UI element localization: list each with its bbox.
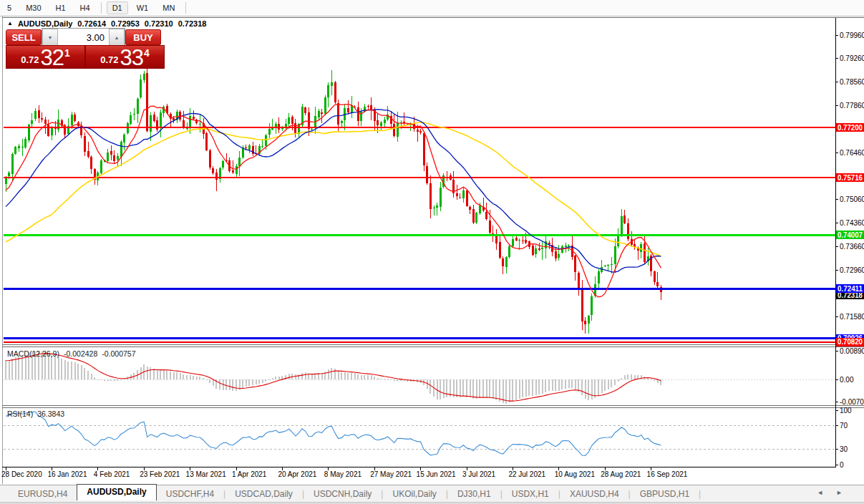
- svg-text:23 Feb 2021: 23 Feb 2021: [140, 470, 180, 478]
- moving-average-lines: [6, 105, 661, 297]
- chart-tab-xauusd-h4[interactable]: XAUUSD,H4: [560, 489, 628, 499]
- rsi-label-line: RSI(14) 36.3843: [7, 410, 64, 418]
- buy-price-tile[interactable]: 0.72 33 4: [85, 45, 165, 69]
- svg-text:0.008904: 0.008904: [840, 347, 864, 355]
- tab-scroll-arrows[interactable]: ◄►: [817, 489, 855, 496]
- ma-8: [6, 105, 661, 297]
- sell-price-pips: 32: [41, 48, 64, 67]
- window-frame: [2, 16, 864, 484]
- volume-increase-icon[interactable]: ▲: [109, 29, 125, 46]
- chart-title-line: ▲ AUDUSD,Daily 0.72614 0.72953 0.72310 0…: [7, 19, 206, 28]
- chart-tab-eurusd-h4[interactable]: EURUSD,H4: [9, 489, 77, 499]
- svg-text:16 Jan 2021: 16 Jan 2021: [47, 470, 87, 478]
- sell-button[interactable]: SELL: [6, 29, 42, 45]
- svg-text:0.76460: 0.76460: [840, 149, 864, 157]
- sell-price-tile[interactable]: 0.72 32 1: [6, 45, 85, 69]
- buy-button[interactable]: BUY: [125, 29, 161, 45]
- svg-text:30: 30: [840, 445, 848, 453]
- buy-price-stem: 0.72: [100, 54, 118, 65]
- chart-tab-usdchf-h4[interactable]: USDCHF,H4: [157, 489, 223, 499]
- svg-text:1 Apr 2021: 1 Apr 2021: [232, 470, 267, 478]
- volume-stepper: ▼ ▲: [42, 28, 125, 47]
- chart-tab-dj30-h1[interactable]: DJ30,H1: [448, 489, 500, 499]
- svg-text:0.73660: 0.73660: [840, 243, 864, 251]
- svg-text:0.72960: 0.72960: [840, 266, 864, 274]
- svg-text:28 Aug 2021: 28 Aug 2021: [601, 470, 641, 478]
- chart-tab-usdcad-daily[interactable]: USDCAD,Daily: [225, 489, 302, 499]
- chart-canvas[interactable]: 0.799600.792600.785600.778600.764600.750…: [0, 0, 864, 504]
- macd-histogram: [5, 352, 661, 404]
- svg-text:20 Apr 2021: 20 Apr 2021: [278, 470, 316, 478]
- chart-tab-gbpusd-h1[interactable]: GBPUSD,H1: [631, 489, 699, 499]
- svg-text:27 May 2021: 27 May 2021: [370, 470, 412, 478]
- rsi-name: RSI(14): [7, 410, 33, 418]
- svg-text:0.77200: 0.77200: [838, 124, 863, 132]
- volume-input[interactable]: [58, 29, 109, 46]
- svg-text:100: 100: [840, 407, 852, 415]
- chart-tab-ukoil-daily[interactable]: UKOil,Daily: [383, 489, 445, 499]
- svg-text:0.74007: 0.74007: [838, 231, 863, 239]
- rsi-value: 36.3843: [37, 410, 64, 418]
- chart-symbol-label: AUDUSD,Daily: [18, 19, 72, 28]
- tab-separator: |: [699, 489, 701, 499]
- ma-55: [6, 122, 661, 256]
- svg-text:0.79260: 0.79260: [840, 54, 864, 62]
- svg-text:28 Dec 2020: 28 Dec 2020: [1, 470, 42, 478]
- price-axis[interactable]: 0.799600.792600.785600.778600.764600.750…: [835, 32, 864, 469]
- svg-text:70: 70: [840, 422, 848, 430]
- chart-tab-usdcnh-daily[interactable]: USDCNH,Daily: [304, 489, 381, 499]
- chart-tab-usdx-h1[interactable]: USDX,H1: [503, 489, 558, 499]
- ohlc-high: 0.72953: [111, 19, 140, 28]
- svg-text:0.74360: 0.74360: [840, 219, 864, 227]
- ohlc-low: 0.72310: [145, 19, 173, 28]
- candlesticks: [5, 64, 662, 334]
- svg-text:0: 0: [840, 461, 844, 469]
- svg-text:0.72411: 0.72411: [838, 285, 863, 293]
- svg-text:8 May 2021: 8 May 2021: [324, 470, 362, 478]
- buy-price-pips: 33: [120, 48, 143, 67]
- svg-text:22 Jul 2021: 22 Jul 2021: [508, 470, 545, 478]
- macd-main-value: -0.002428: [64, 349, 97, 358]
- svg-text:0.79960: 0.79960: [840, 32, 864, 39]
- macd-name: MACD(12,26,9): [7, 349, 59, 358]
- svg-text:0.75716: 0.75716: [838, 174, 863, 182]
- objects-collapse-icon[interactable]: ▲: [7, 20, 13, 26]
- svg-text:4 Feb 2021: 4 Feb 2021: [94, 470, 130, 478]
- svg-text:-0.00701: -0.00701: [840, 398, 864, 406]
- svg-text:15 Jun 2021: 15 Jun 2021: [417, 470, 456, 478]
- svg-text:3 Jul 2021: 3 Jul 2021: [462, 470, 496, 478]
- buy-price-fraction: 4: [144, 47, 150, 59]
- date-axis[interactable]: 28 Dec 202016 Jan 20214 Feb 202123 Feb 2…: [1, 467, 688, 478]
- macd-signal-value: -0.000757: [102, 349, 135, 358]
- chart-tab-bar: EURUSD,H4AUDUSD,DailyUSDCHF,H4|USDCAD,Da…: [0, 485, 864, 503]
- macd-signal-line: [6, 354, 661, 401]
- svg-text:16 Sep 2021: 16 Sep 2021: [647, 470, 688, 478]
- svg-text:0.78560: 0.78560: [840, 78, 864, 86]
- svg-text:0.71580: 0.71580: [840, 313, 864, 321]
- svg-text:0.70820: 0.70820: [838, 338, 863, 346]
- chart-tab-audusd-daily[interactable]: AUDUSD,Daily: [77, 484, 156, 500]
- macd-label-line: MACD(12,26,9) -0.002428 -0.000757: [7, 349, 136, 358]
- sell-price-fraction: 1: [64, 47, 70, 59]
- svg-text:10 Aug 2021: 10 Aug 2021: [555, 470, 596, 478]
- svg-text:0.75060: 0.75060: [840, 195, 864, 203]
- svg-text:0.00: 0.00: [840, 376, 854, 384]
- ohlc-open: 0.72614: [77, 19, 106, 28]
- volume-decrease-icon[interactable]: ▼: [42, 29, 58, 46]
- svg-text:0.77860: 0.77860: [840, 102, 864, 110]
- one-click-trading-panel: SELL ▼ ▲ BUY 0.72 32 1 0.72 33 4: [6, 28, 165, 67]
- svg-text:13 Mar 2021: 13 Mar 2021: [186, 470, 227, 478]
- sell-price-stem: 0.72: [21, 54, 39, 65]
- ohlc-close: 0.72318: [178, 19, 207, 28]
